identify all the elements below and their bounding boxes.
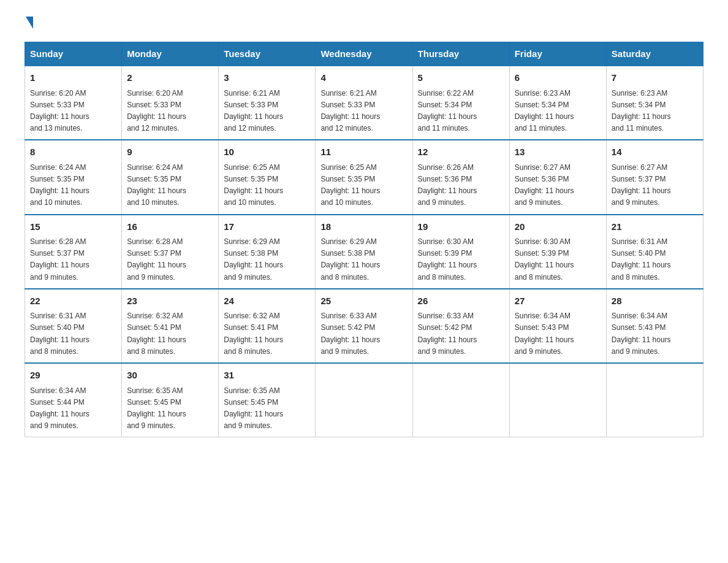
day-number: 23 [127, 294, 213, 308]
day-number: 7 [612, 71, 698, 85]
day-info: Sunrise: 6:25 AMSunset: 5:35 PMDaylight:… [224, 162, 310, 209]
week-row-4: 22Sunrise: 6:31 AMSunset: 5:40 PMDayligh… [25, 289, 703, 363]
day-number: 17 [224, 220, 310, 234]
day-number: 1 [30, 71, 116, 85]
day-header-friday: Friday [509, 42, 606, 66]
logo-text [25, 18, 36, 31]
days-header-row: SundayMondayTuesdayWednesdayThursdayFrid… [25, 42, 703, 66]
calendar-cell: 29Sunrise: 6:34 AMSunset: 5:44 PMDayligh… [25, 363, 122, 437]
week-row-1: 1Sunrise: 6:20 AMSunset: 5:33 PMDaylight… [25, 66, 703, 140]
day-number: 3 [224, 71, 310, 85]
day-info: Sunrise: 6:27 AMSunset: 5:36 PMDaylight:… [515, 162, 601, 209]
day-number: 14 [612, 145, 698, 159]
day-number: 15 [30, 220, 116, 234]
day-info: Sunrise: 6:30 AMSunset: 5:39 PMDaylight:… [418, 236, 504, 283]
calendar-cell: 7Sunrise: 6:23 AMSunset: 5:34 PMDaylight… [606, 66, 703, 140]
day-number: 31 [224, 369, 310, 383]
week-row-2: 8Sunrise: 6:24 AMSunset: 5:35 PMDaylight… [25, 140, 703, 214]
calendar-cell: 10Sunrise: 6:25 AMSunset: 5:35 PMDayligh… [219, 140, 316, 214]
week-row-3: 15Sunrise: 6:28 AMSunset: 5:37 PMDayligh… [25, 215, 703, 289]
calendar-cell: 14Sunrise: 6:27 AMSunset: 5:37 PMDayligh… [606, 140, 703, 214]
day-number: 8 [30, 145, 116, 159]
day-info: Sunrise: 6:21 AMSunset: 5:33 PMDaylight:… [224, 88, 310, 135]
calendar-cell: 26Sunrise: 6:33 AMSunset: 5:42 PMDayligh… [412, 289, 509, 363]
day-info: Sunrise: 6:30 AMSunset: 5:39 PMDaylight:… [515, 236, 601, 283]
calendar-cell: 1Sunrise: 6:20 AMSunset: 5:33 PMDaylight… [25, 66, 122, 140]
day-info: Sunrise: 6:34 AMSunset: 5:43 PMDaylight:… [612, 310, 698, 358]
day-info: Sunrise: 6:23 AMSunset: 5:34 PMDaylight:… [515, 88, 601, 135]
page-header [25, 18, 703, 29]
day-number: 25 [320, 294, 407, 308]
day-number: 27 [515, 294, 601, 308]
day-info: Sunrise: 6:28 AMSunset: 5:37 PMDaylight:… [127, 236, 213, 283]
day-info: Sunrise: 6:20 AMSunset: 5:33 PMDaylight:… [30, 88, 116, 135]
calendar-cell: 30Sunrise: 6:35 AMSunset: 5:45 PMDayligh… [122, 363, 219, 437]
calendar-cell: 13Sunrise: 6:27 AMSunset: 5:36 PMDayligh… [509, 140, 606, 214]
calendar-cell [316, 363, 412, 437]
day-info: Sunrise: 6:24 AMSunset: 5:35 PMDaylight:… [30, 162, 116, 209]
day-header-wednesday: Wednesday [316, 42, 412, 66]
calendar-cell: 24Sunrise: 6:32 AMSunset: 5:41 PMDayligh… [219, 289, 316, 363]
logo-triangle-icon [26, 17, 33, 29]
day-info: Sunrise: 6:33 AMSunset: 5:42 PMDaylight:… [320, 310, 407, 358]
day-info: Sunrise: 6:23 AMSunset: 5:34 PMDaylight:… [612, 88, 698, 135]
day-number: 30 [127, 369, 213, 383]
calendar-cell: 6Sunrise: 6:23 AMSunset: 5:34 PMDaylight… [509, 66, 606, 140]
calendar-cell [509, 363, 606, 437]
calendar-cell: 22Sunrise: 6:31 AMSunset: 5:40 PMDayligh… [25, 289, 122, 363]
day-number: 20 [515, 220, 601, 234]
day-number: 4 [320, 71, 407, 85]
day-number: 13 [515, 145, 601, 159]
day-info: Sunrise: 6:27 AMSunset: 5:37 PMDaylight:… [612, 162, 698, 209]
day-number: 21 [612, 220, 698, 234]
day-info: Sunrise: 6:20 AMSunset: 5:33 PMDaylight:… [127, 88, 213, 135]
day-number: 28 [612, 294, 698, 308]
calendar-cell: 11Sunrise: 6:25 AMSunset: 5:35 PMDayligh… [316, 140, 412, 214]
day-number: 12 [418, 145, 504, 159]
day-info: Sunrise: 6:25 AMSunset: 5:35 PMDaylight:… [320, 162, 407, 209]
day-number: 9 [127, 145, 213, 159]
calendar-cell: 17Sunrise: 6:29 AMSunset: 5:38 PMDayligh… [219, 215, 316, 289]
day-info: Sunrise: 6:32 AMSunset: 5:41 PMDaylight:… [127, 310, 213, 358]
day-header-sunday: Sunday [25, 42, 122, 66]
calendar-cell: 23Sunrise: 6:32 AMSunset: 5:41 PMDayligh… [122, 289, 219, 363]
day-info: Sunrise: 6:35 AMSunset: 5:45 PMDaylight:… [224, 385, 310, 432]
day-header-tuesday: Tuesday [219, 42, 316, 66]
day-number: 10 [224, 145, 310, 159]
day-info: Sunrise: 6:34 AMSunset: 5:43 PMDaylight:… [515, 310, 601, 358]
day-header-saturday: Saturday [606, 42, 703, 66]
day-number: 19 [418, 220, 504, 234]
day-number: 18 [320, 220, 407, 234]
day-number: 6 [515, 71, 601, 85]
calendar-cell: 31Sunrise: 6:35 AMSunset: 5:45 PMDayligh… [219, 363, 316, 437]
calendar-cell: 5Sunrise: 6:22 AMSunset: 5:34 PMDaylight… [412, 66, 509, 140]
day-info: Sunrise: 6:33 AMSunset: 5:42 PMDaylight:… [418, 310, 504, 358]
calendar-cell: 28Sunrise: 6:34 AMSunset: 5:43 PMDayligh… [606, 289, 703, 363]
calendar-cell: 2Sunrise: 6:20 AMSunset: 5:33 PMDaylight… [122, 66, 219, 140]
calendar-cell: 8Sunrise: 6:24 AMSunset: 5:35 PMDaylight… [25, 140, 122, 214]
day-info: Sunrise: 6:35 AMSunset: 5:45 PMDaylight:… [127, 385, 213, 432]
calendar-cell: 27Sunrise: 6:34 AMSunset: 5:43 PMDayligh… [509, 289, 606, 363]
calendar-cell: 12Sunrise: 6:26 AMSunset: 5:36 PMDayligh… [412, 140, 509, 214]
calendar-cell: 21Sunrise: 6:31 AMSunset: 5:40 PMDayligh… [606, 215, 703, 289]
day-header-thursday: Thursday [412, 42, 509, 66]
day-number: 24 [224, 294, 310, 308]
calendar-cell: 25Sunrise: 6:33 AMSunset: 5:42 PMDayligh… [316, 289, 412, 363]
calendar-cell: 18Sunrise: 6:29 AMSunset: 5:38 PMDayligh… [316, 215, 412, 289]
calendar-cell: 3Sunrise: 6:21 AMSunset: 5:33 PMDaylight… [219, 66, 316, 140]
calendar-cell: 16Sunrise: 6:28 AMSunset: 5:37 PMDayligh… [122, 215, 219, 289]
day-info: Sunrise: 6:29 AMSunset: 5:38 PMDaylight:… [224, 236, 310, 283]
day-info: Sunrise: 6:34 AMSunset: 5:44 PMDaylight:… [30, 385, 116, 432]
calendar-cell [606, 363, 703, 437]
day-info: Sunrise: 6:32 AMSunset: 5:41 PMDaylight:… [224, 310, 310, 358]
calendar-table: SundayMondayTuesdayWednesdayThursdayFrid… [25, 42, 703, 437]
day-number: 11 [320, 145, 407, 159]
day-info: Sunrise: 6:26 AMSunset: 5:36 PMDaylight:… [418, 162, 504, 209]
day-header-monday: Monday [122, 42, 219, 66]
day-info: Sunrise: 6:31 AMSunset: 5:40 PMDaylight:… [30, 310, 116, 358]
calendar-cell: 9Sunrise: 6:24 AMSunset: 5:35 PMDaylight… [122, 140, 219, 214]
day-info: Sunrise: 6:31 AMSunset: 5:40 PMDaylight:… [612, 236, 698, 283]
day-number: 29 [30, 369, 116, 383]
day-number: 2 [127, 71, 213, 85]
calendar-cell: 4Sunrise: 6:21 AMSunset: 5:33 PMDaylight… [316, 66, 412, 140]
